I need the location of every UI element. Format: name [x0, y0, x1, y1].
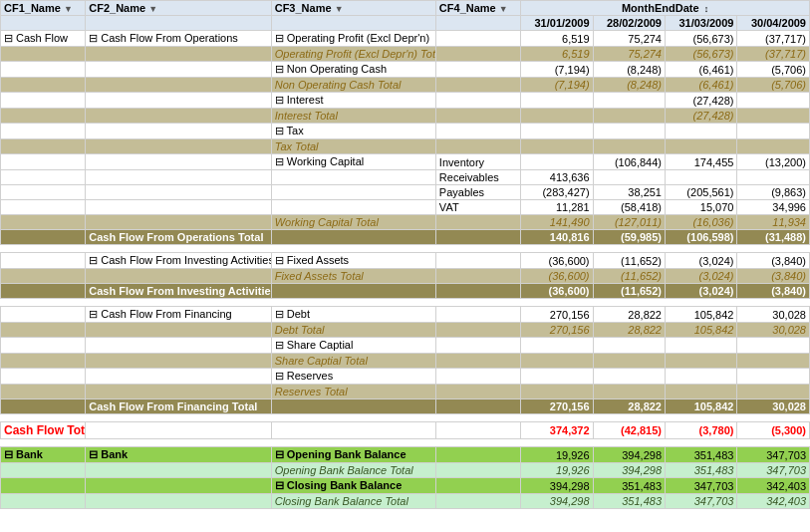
col-date3: 31/03/2009 [666, 16, 737, 31]
table-row: Receivables413,636 [1, 170, 810, 185]
main-grid: CF1_Name ▼ CF2_Name ▼ CF3_Name ▼ CF4_Nam… [0, 0, 810, 509]
col-date4: 30/04/2009 [737, 16, 810, 31]
table-row: Opening Bank Balance Total19,926394,2983… [1, 463, 810, 478]
filter-icon-cf3[interactable]: ▼ [335, 4, 344, 14]
col-date2: 28/02/2009 [593, 16, 665, 31]
date-row: 31/01/2009 28/02/2009 31/03/2009 30/04/2… [1, 16, 810, 31]
col-sub-cf4 [435, 16, 520, 31]
table-row: Closing Bank Balance Total394,298351,483… [1, 494, 810, 509]
table-row: Cash Flow From Investing Activities Tota… [1, 284, 810, 299]
col-header-cf2[interactable]: CF2_Name ▼ [86, 1, 271, 16]
filter-icon-cf2[interactable]: ▼ [148, 4, 157, 14]
table-row: Share Captial Total [1, 354, 810, 369]
col-sub-cf1 [1, 16, 86, 31]
table-row: Cash Flow From Operations Total140,816(5… [1, 230, 810, 245]
filter-icon-cf4[interactable]: ▼ [499, 4, 508, 14]
col-header-cf4[interactable]: CF4_Name ▼ [435, 1, 520, 16]
table-row: ⊟ Cash Flow From Financing⊟ Debt270,1562… [1, 307, 810, 323]
table-row: Fixed Assets Total(36,600)(11,652)(3,024… [1, 269, 810, 284]
table-row: Tax Total [1, 139, 810, 154]
col-sub-cf3 [271, 16, 435, 31]
table-row: VAT11,281(58,418)15,07034,996 [1, 200, 810, 215]
table-row: ⊟ Interest(27,428) [1, 93, 810, 109]
data-table: CF1_Name ▼ CF2_Name ▼ CF3_Name ▼ CF4_Nam… [0, 0, 810, 509]
table-row [1, 414, 810, 422]
table-row: Payables(283,427)38,251(205,561)(9,863) [1, 185, 810, 200]
table-row: ⊟ Closing Bank Balance394,298351,483347,… [1, 478, 810, 494]
table-row [1, 245, 810, 253]
table-row: ⊟ Cash Flow⊟ Cash Flow From Operations⊟ … [1, 31, 810, 47]
table-row: Reserves Total [1, 385, 810, 399]
col-date1: 31/01/2009 [521, 16, 593, 31]
table-row: ⊟ Working CapitalInventory(106,844)174,4… [1, 154, 810, 170]
header-row: CF1_Name ▼ CF2_Name ▼ CF3_Name ▼ CF4_Nam… [1, 1, 810, 16]
table-row: ⊟ Bank⊟ Bank⊟ Opening Bank Balance19,926… [1, 447, 810, 463]
table-row: ⊟ Non Operating Cash(7,194)(8,248)(6,461… [1, 62, 810, 78]
table-row: Working Capital Total141,490(127,011)(16… [1, 215, 810, 230]
table-row: ⊟ Reserves [1, 369, 810, 385]
filter-icon-cf1[interactable]: ▼ [64, 4, 73, 14]
table-row: Cash Flow Total374,372(42,815)(3,780)(5,… [1, 422, 810, 439]
table-row: Interest Total(27,428) [1, 109, 810, 124]
table-row [1, 299, 810, 307]
table-row: Debt Total270,15628,822105,84230,028 [1, 323, 810, 338]
table-row: ⊟ Cash Flow From Investing Activities⊟ F… [1, 253, 810, 269]
table-row: ⊟ Tax [1, 124, 810, 139]
col-header-monthend[interactable]: MonthEndDate ↕ [521, 1, 810, 16]
col-header-cf3[interactable]: CF3_Name ▼ [271, 1, 435, 16]
table-row: ⊟ Share Captial [1, 338, 810, 354]
table-row: Non Operating Cash Total(7,194)(8,248)(6… [1, 78, 810, 93]
sort-icon-monthend: ↕ [704, 4, 709, 14]
col-header-cf1[interactable]: CF1_Name ▼ [1, 1, 86, 16]
table-row [1, 439, 810, 447]
table-row: Operating Profit (Excl Depr'n) Total6,51… [1, 47, 810, 62]
col-sub-cf2 [86, 16, 271, 31]
table-row: Cash Flow From Financing Total270,15628,… [1, 399, 810, 414]
